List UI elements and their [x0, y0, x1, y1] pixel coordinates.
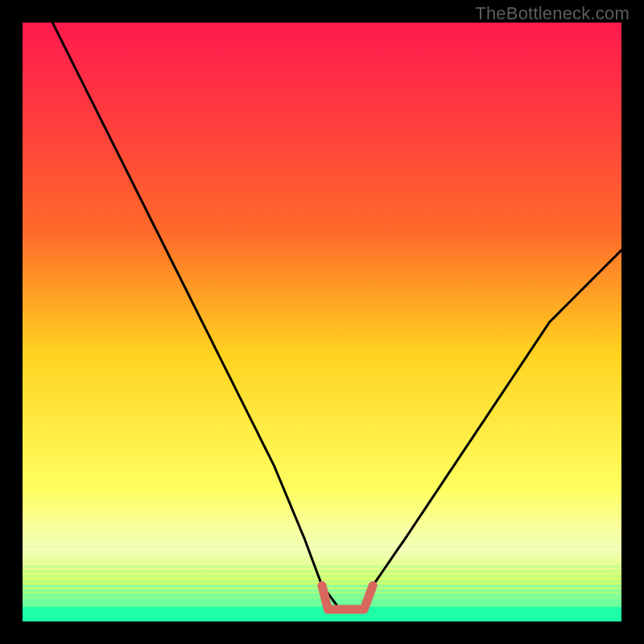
- chart-gradient-panel: [23, 23, 621, 621]
- chart-frame: TheBottleneck.com: [0, 0, 644, 644]
- bottleneck-chart: [0, 0, 644, 644]
- green-bottom-strip: [23, 607, 621, 621]
- watermark-text: TheBottleneck.com: [475, 3, 630, 24]
